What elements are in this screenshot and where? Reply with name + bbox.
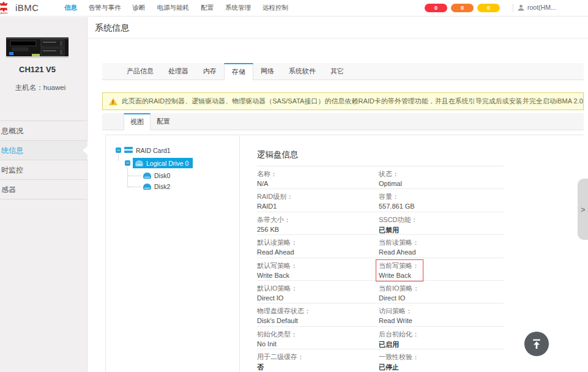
sidebar-item-label: 统信息 [1, 146, 23, 155]
sidebar-item-info-overview[interactable]: 息概况 [0, 121, 87, 141]
panel-expand-handle[interactable]: > [578, 179, 588, 240]
user-menu[interactable]: root(HM... [518, 4, 556, 11]
info-row: 条带大小： 256 KB SSCD功能： 已禁用 [257, 212, 504, 235]
info-cell: 初始化类型： No Init [257, 330, 379, 349]
tab-processor[interactable]: 处理器 [161, 63, 196, 80]
tree-node-raid-card[interactable]: RAID Card1 [136, 147, 171, 154]
info-row: 初始化类型： No Init 后台初始化： 已启用 [257, 327, 504, 349]
tab-system-software[interactable]: 系统软件 [281, 63, 323, 80]
info-cell: 一致性校验： 已停止 [379, 352, 504, 372]
info-cell: RAID级别： RAID1 [257, 192, 379, 211]
info-cell: 名称： N/A [257, 169, 379, 188]
brand-title: iBMC [15, 2, 39, 13]
sidebar: CH121 V5 主机名：huawei 息概况 统信息 时监控 感器 [0, 17, 87, 372]
sidebar-menu: 息概况 统信息 时监控 感器 [0, 121, 87, 199]
info-row: 默认IO策略： Direct IO 当前IO策略： Direct IO [257, 281, 504, 303]
info-row: 名称： N/A 状态： Optimal [257, 166, 504, 189]
active-item-arrow [83, 146, 87, 155]
user-name: root(HM... [527, 4, 556, 11]
info-row: 物理盘缓存状态： Disk's Default 访问策略： Read Write [257, 303, 504, 326]
info-cell: 当前写策略： Write Back [379, 261, 504, 281]
scroll-to-top-button[interactable] [524, 332, 549, 356]
nav-item-power-energy[interactable]: 电源与能耗 [157, 4, 190, 12]
collapse-toggle-icon[interactable]: − [116, 147, 121, 153]
alarm-badge-critical[interactable]: 0 [425, 4, 447, 12]
info-row: 用于二级缓存： 否 一致性校验： 已停止 [257, 349, 504, 372]
sidebar-item-sensors[interactable]: 感器 [0, 180, 87, 199]
nav-item-system-mgmt[interactable]: 系统管理 [225, 4, 251, 12]
collapse-toggle-icon[interactable]: − [125, 160, 130, 166]
disk-icon [143, 184, 151, 190]
tree-connector [128, 176, 141, 176]
info-cell: 访问策略： Read Write [379, 307, 504, 326]
title-divider [88, 38, 588, 39]
nav-item-remote-control[interactable]: 远程控制 [262, 4, 288, 12]
info-row: 默认读策略： Read Ahead 当前读策略： Read Ahead [257, 235, 504, 258]
tree-node-logical-drive[interactable]: Logical Drive 0 [133, 158, 193, 168]
panel-divider [239, 135, 240, 372]
hostname-label: 主机名：huawei [0, 83, 81, 92]
server-photo [6, 35, 69, 59]
info-title: 逻辑盘信息 [257, 149, 504, 166]
page-title: 系统信息 [95, 23, 129, 34]
server-model: CH121 V5 [0, 65, 75, 74]
tree-node-disk0[interactable]: Disk0 [143, 172, 170, 179]
nav-item-info[interactable]: 信息 [64, 4, 77, 12]
info-cell: 条带大小： 256 KB [257, 215, 379, 235]
info-cell: 默认IO策略： Direct IO [257, 284, 379, 303]
info-cell: 当前IO策略： Direct IO [379, 284, 504, 303]
ibmc-screen: HUAWEI iBMC 信息 告警与事件 诊断 电源与能耗 配置 系统管理 远程… [0, 0, 588, 372]
tabs: 产品信息 处理器 内存 存储 网络 系统软件 其它 [119, 63, 351, 80]
chevron-right-icon: > [581, 205, 586, 214]
info-cell: 用于二级缓存： 否 [257, 352, 379, 372]
sidebar-item-system-info[interactable]: 统信息 [0, 141, 87, 160]
tree-node-disk2[interactable]: Disk2 [143, 183, 170, 190]
warning-text: 此页面的RAID控制器、逻辑驱动器、物理驱动器（SAS/SATA接口）的信息依赖… [122, 97, 584, 106]
main-nav: 信息 告警与事件 诊断 电源与能耗 配置 系统管理 远程控制 [64, 0, 288, 16]
storage-view-panel: − RAID Card1 − Logical Drive 0 Disk0 [105, 135, 584, 372]
logical-drive-info: 逻辑盘信息 名称： N/A 状态： Optimal RAID级别： RAID1 [257, 149, 504, 372]
tree-connector [118, 154, 119, 161]
subtab-view[interactable]: 视图 [124, 113, 151, 130]
alarm-badge-major[interactable]: 0 [451, 4, 474, 12]
arrow-up-icon [530, 338, 543, 350]
main-content: 系统信息 产品信息 处理器 内存 存储 网络 系统软件 其它 ! 此页面的RAI… [88, 17, 588, 372]
info-cell: 物理盘缓存状态： Disk's Default [257, 307, 379, 326]
tab-storage[interactable]: 存储 [224, 63, 253, 80]
tab-memory[interactable]: 内存 [196, 63, 224, 80]
raid-tree: − RAID Card1 − Logical Drive 0 Disk0 [106, 135, 239, 372]
logical-drive-icon [135, 160, 143, 166]
warning-banner: ! 此页面的RAID控制器、逻辑驱动器、物理驱动器（SAS/SATA接口）的信息… [102, 92, 584, 110]
topbar-divider [513, 4, 513, 12]
info-cell: 状态： Optimal [379, 169, 504, 188]
tree-connector [128, 187, 141, 187]
subtab-configure[interactable]: 配置 [151, 113, 176, 130]
tab-network[interactable]: 网络 [253, 63, 281, 80]
info-cell: 容量： 557.861 GB [379, 192, 504, 211]
disk-icon [143, 173, 151, 179]
tree-connector [127, 167, 128, 187]
nav-item-alarms-events[interactable]: 告警与事件 [89, 4, 121, 12]
tab-others[interactable]: 其它 [323, 63, 351, 80]
highlight-box: 当前写策略： Write Back [376, 259, 423, 281]
sidebar-item-label: 时监控 [1, 166, 23, 174]
nav-item-diagnosis[interactable]: 诊断 [133, 4, 146, 12]
sidebar-item-realtime-monitor[interactable]: 时监控 [0, 160, 87, 180]
sidebar-item-label: 感器 [1, 185, 16, 194]
tab-product-info[interactable]: 产品信息 [119, 63, 161, 80]
info-cell: 当前读策略： Read Ahead [379, 238, 504, 257]
tree-node-label: Disk0 [154, 172, 170, 179]
topbar: HUAWEI iBMC 信息 告警与事件 诊断 电源与能耗 配置 系统管理 远程… [0, 0, 588, 17]
info-cell: 默认读策略： Read Ahead [257, 238, 379, 257]
sidebar-item-label: 息概况 [1, 127, 23, 135]
subtabs: 视图 配置 [124, 113, 176, 130]
nav-item-configuration[interactable]: 配置 [201, 4, 214, 12]
raid-card-icon [124, 146, 133, 154]
info-row: RAID级别： RAID1 容量： 557.861 GB [257, 189, 504, 212]
huawei-wordmark: HUAWEI [0, 12, 8, 15]
tree-node-label: Logical Drive 0 [146, 160, 188, 167]
alarm-badge-minor[interactable]: 0 [477, 4, 500, 12]
tree-node-label: Disk2 [154, 183, 170, 190]
info-cell: 默认写策略： Write Back [257, 261, 379, 281]
info-cell: SSCD功能： 已禁用 [379, 215, 504, 235]
